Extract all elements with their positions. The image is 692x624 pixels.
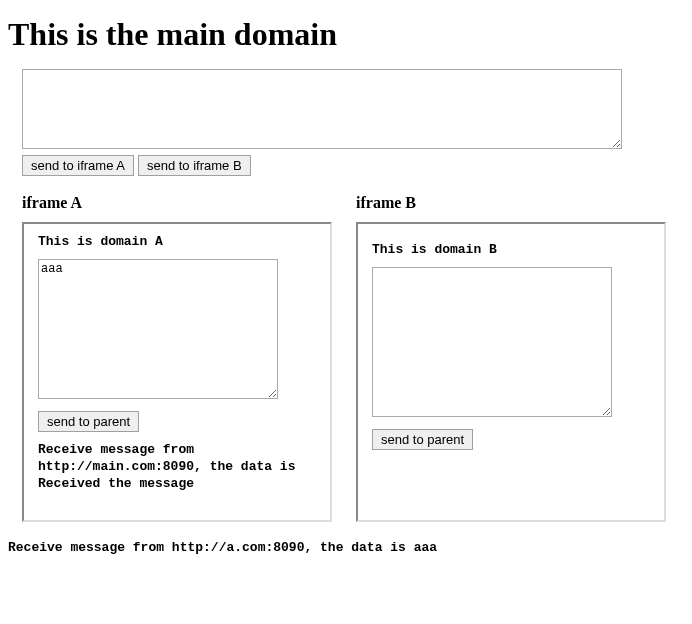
main-receive-text: Receive message from http://a.com:8090, …	[8, 540, 684, 555]
iframe-a-textarea[interactable]	[38, 259, 278, 399]
iframe-a-column: iframe A This is domain A send to parent…	[22, 182, 332, 522]
send-to-iframe-a-button[interactable]: send to iframe A	[22, 155, 134, 176]
iframes-row: iframe A This is domain A send to parent…	[22, 182, 684, 522]
iframe-b-column: iframe B This is domain B send to parent	[356, 182, 666, 522]
iframe-a-title: iframe A	[22, 194, 332, 212]
main-button-row: send to iframe A send to iframe B	[22, 155, 684, 176]
iframe-b-textarea[interactable]	[372, 267, 612, 417]
iframe-b-body: This is domain B send to parent	[358, 224, 664, 470]
iframe-b-title: iframe B	[356, 194, 666, 212]
iframe-a-receive-text: Receive message from http://main.com:809…	[38, 442, 320, 493]
iframe-b-send-to-parent-button[interactable]: send to parent	[372, 429, 473, 450]
iframe-a-send-to-parent-button[interactable]: send to parent	[38, 411, 139, 432]
iframe-b-domain-header: This is domain B	[372, 242, 654, 257]
send-to-iframe-b-button[interactable]: send to iframe B	[138, 155, 251, 176]
main-textarea[interactable]	[22, 69, 622, 149]
iframe-a[interactable]: This is domain A send to parent Receive …	[22, 222, 332, 522]
iframe-a-body: This is domain A send to parent Receive …	[24, 224, 330, 522]
iframe-b[interactable]: This is domain B send to parent	[356, 222, 666, 522]
iframe-a-domain-header: This is domain A	[38, 234, 320, 249]
iframe-b-button-row: send to parent	[372, 429, 654, 450]
iframe-a-button-row: send to parent	[38, 411, 320, 432]
page-title: This is the main domain	[8, 16, 684, 53]
